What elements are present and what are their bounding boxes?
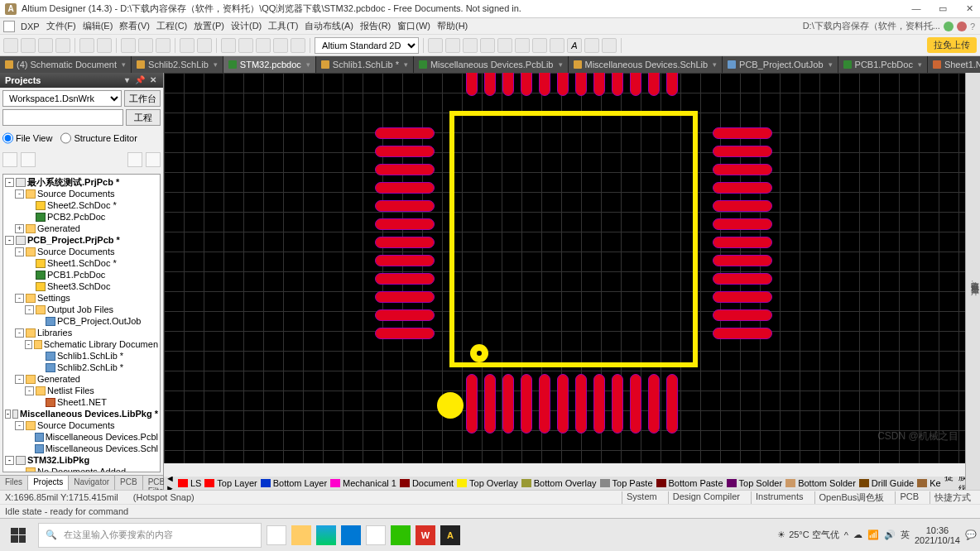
pad[interactable] bbox=[466, 374, 478, 434]
project-tree[interactable]: -最小系统测试.PrjPcb *-Source DocumentsSheet2.… bbox=[2, 174, 161, 472]
radio-structure[interactable]: Structure Editor bbox=[60, 130, 137, 146]
pad[interactable] bbox=[375, 255, 435, 266]
tree-node[interactable]: PCB1.PcbDoc bbox=[5, 269, 158, 280]
tree-node[interactable]: Sheet2.SchDoc * bbox=[5, 199, 158, 211]
doc-tab[interactable]: Schlib1.SchLib *▾ bbox=[316, 56, 414, 73]
tool-place3-icon[interactable] bbox=[463, 38, 478, 53]
tree-twisty-icon[interactable] bbox=[25, 201, 34, 210]
pad[interactable] bbox=[575, 374, 587, 434]
tray-chevron-icon[interactable]: ^ bbox=[844, 530, 848, 540]
pad[interactable] bbox=[375, 309, 435, 321]
tree-node[interactable]: -Source Documents bbox=[5, 188, 158, 199]
tool-route1-icon[interactable] bbox=[497, 38, 512, 53]
tree-twisty-icon[interactable]: - bbox=[5, 178, 14, 187]
tool-text-icon[interactable]: A bbox=[567, 38, 582, 53]
tool-place4-icon[interactable] bbox=[480, 38, 495, 53]
status-link[interactable]: PCB bbox=[895, 491, 923, 504]
tool-save-icon[interactable] bbox=[38, 38, 53, 53]
tree-node[interactable]: -Schematic Library Documen bbox=[5, 338, 158, 350]
pad[interactable] bbox=[375, 182, 435, 194]
tree-opt1-icon[interactable] bbox=[2, 152, 17, 167]
tree-twisty-icon[interactable]: - bbox=[25, 340, 32, 349]
pad[interactable] bbox=[557, 374, 569, 434]
tree-node[interactable]: No Documents Added bbox=[5, 466, 158, 472]
tool-zoomfit-icon[interactable] bbox=[97, 38, 112, 53]
doc-tab[interactable]: PCB_Project.OutJob▾ bbox=[723, 56, 838, 73]
pad[interactable] bbox=[484, 374, 496, 434]
projects-panel-header[interactable]: Projects ▾ 📌 ✕ bbox=[0, 73, 163, 88]
pad[interactable] bbox=[713, 127, 772, 139]
pad[interactable] bbox=[375, 200, 435, 212]
pad[interactable] bbox=[539, 374, 550, 434]
doc-tab[interactable]: Sheet1.NET▾ bbox=[928, 56, 980, 73]
maximize-button[interactable]: ▭ bbox=[937, 3, 949, 14]
panel-close-icon[interactable]: ✕ bbox=[148, 75, 158, 85]
layer-tab[interactable]: Bottom Paste bbox=[656, 478, 723, 488]
tree-twisty-icon[interactable]: - bbox=[5, 236, 14, 245]
status-link[interactable]: Instruments bbox=[751, 491, 807, 504]
tree-twisty-icon[interactable] bbox=[25, 433, 33, 442]
panel-tab[interactable]: Projects bbox=[28, 476, 69, 490]
menu-help[interactable]: 帮助(H) bbox=[435, 19, 470, 33]
upload-button[interactable]: 拉免上传 bbox=[927, 37, 977, 53]
layer-nav-icon[interactable]: ◄ ► bbox=[166, 477, 175, 490]
tree-node[interactable]: PCB_Project.OutJob bbox=[5, 315, 158, 327]
layer-tab[interactable]: Document bbox=[400, 478, 454, 488]
layer-tab[interactable]: Bottom Solder bbox=[785, 478, 856, 488]
tree-node[interactable]: PCB2.PcbDoc bbox=[5, 211, 158, 223]
pad[interactable] bbox=[713, 200, 772, 212]
tree-twisty-icon[interactable] bbox=[35, 363, 44, 372]
tree-node[interactable]: -Source Documents bbox=[5, 246, 158, 257]
pad[interactable] bbox=[484, 73, 496, 96]
pad[interactable] bbox=[521, 374, 532, 434]
pad[interactable] bbox=[713, 291, 772, 303]
tree-node[interactable]: -Generated bbox=[5, 373, 158, 385]
tool-undo-icon[interactable] bbox=[180, 38, 195, 53]
taskbar-search[interactable]: 🔍 在这里输入你要搜索的内容 bbox=[38, 523, 262, 548]
tree-node[interactable]: -PCB_Project.PrjPcb * bbox=[5, 234, 158, 246]
task-view-icon[interactable] bbox=[267, 525, 286, 545]
pad[interactable] bbox=[375, 328, 435, 339]
doc-tab[interactable]: Schlib2.SchLib▾ bbox=[132, 56, 223, 73]
tool-paste-icon[interactable] bbox=[156, 38, 171, 53]
tree-node[interactable]: -Settings bbox=[5, 292, 158, 304]
tree-twisty-icon[interactable]: + bbox=[15, 224, 24, 233]
volume-icon[interactable]: 🔊 bbox=[884, 529, 896, 540]
tree-twisty-icon[interactable] bbox=[25, 444, 33, 453]
clock[interactable]: 10:362021/10/14 bbox=[915, 525, 960, 545]
pad[interactable] bbox=[713, 237, 772, 248]
pad[interactable] bbox=[521, 73, 532, 96]
pad[interactable] bbox=[648, 374, 660, 434]
doc-tab-close-icon[interactable]: ▾ bbox=[829, 60, 833, 69]
tool-place1-icon[interactable] bbox=[428, 38, 443, 53]
menu-autoroute[interactable]: 自动布线(A) bbox=[302, 19, 356, 33]
store-icon[interactable] bbox=[366, 525, 386, 545]
status-link[interactable]: System bbox=[622, 491, 661, 504]
tree-twisty-icon[interactable]: - bbox=[15, 189, 24, 199]
tool-redo-icon[interactable] bbox=[197, 38, 212, 53]
pad[interactable] bbox=[666, 73, 678, 96]
pad[interactable] bbox=[375, 127, 435, 139]
panel-tab[interactable]: PCB bbox=[115, 476, 143, 490]
pad[interactable] bbox=[593, 73, 605, 96]
pad[interactable] bbox=[539, 73, 550, 96]
project-filter-input[interactable] bbox=[2, 109, 123, 126]
pad[interactable] bbox=[713, 182, 772, 194]
layer-tab[interactable]: Bottom Overlay bbox=[521, 478, 597, 488]
panel-tab[interactable]: Files bbox=[0, 476, 28, 490]
tree-node[interactable]: Sheet1.SchDoc * bbox=[5, 257, 158, 269]
menu-edit[interactable]: 编辑(E) bbox=[80, 19, 116, 33]
tree-twisty-icon[interactable] bbox=[25, 271, 34, 280]
tool-dim-icon[interactable] bbox=[584, 38, 599, 53]
tree-node[interactable]: -Source Documents bbox=[5, 419, 158, 431]
menu-project[interactable]: 工程(C) bbox=[154, 19, 190, 33]
layer-tab[interactable]: Top Paste bbox=[600, 478, 653, 488]
menu-place[interactable]: 放置(P) bbox=[191, 19, 227, 33]
layer-tab[interactable]: Bottom Layer bbox=[261, 478, 327, 488]
tool-route2-icon[interactable] bbox=[515, 38, 530, 53]
doc-tab-close-icon[interactable]: ▾ bbox=[214, 60, 218, 69]
doc-tab-close-icon[interactable]: ▾ bbox=[122, 60, 126, 69]
pad[interactable] bbox=[502, 73, 514, 96]
pad[interactable] bbox=[630, 374, 641, 434]
panel-tab[interactable]: Navigator bbox=[69, 476, 115, 490]
